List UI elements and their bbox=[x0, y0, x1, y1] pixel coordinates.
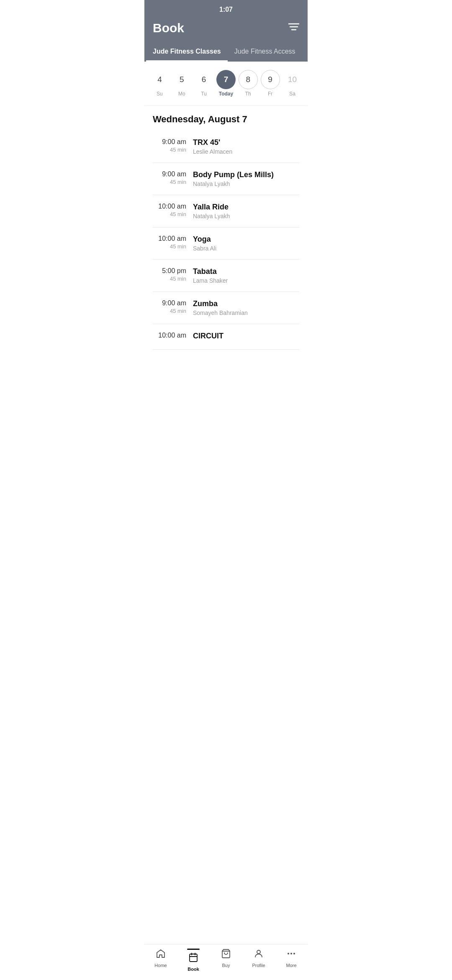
date-label: Sa bbox=[289, 91, 295, 97]
date-number: 7 bbox=[216, 70, 236, 89]
date-cell[interactable]: 7Today bbox=[216, 70, 236, 97]
date-cell[interactable]: 5Mo bbox=[172, 70, 191, 97]
header: Book bbox=[144, 17, 308, 43]
class-time-main: 9:00 am bbox=[153, 138, 186, 146]
class-info: TabataLama Shaker bbox=[193, 267, 299, 284]
class-name: Zumba bbox=[193, 299, 299, 308]
class-info: Yalla RideNatalya Lyakh bbox=[193, 203, 299, 219]
class-time-main: 10:00 am bbox=[153, 235, 186, 242]
class-duration: 45 min bbox=[153, 276, 186, 282]
date-cell[interactable]: 9Fr bbox=[261, 70, 280, 97]
date-label: Su bbox=[157, 91, 163, 97]
date-label: Today bbox=[219, 91, 233, 97]
class-instructor: Natalya Lyakh bbox=[193, 181, 299, 187]
table-row[interactable]: 10:00 am45 minYalla RideNatalya Lyakh bbox=[153, 195, 299, 227]
table-row[interactable]: 9:00 am45 minZumbaSomayeh Bahramian bbox=[153, 292, 299, 324]
filter-icon[interactable] bbox=[288, 23, 299, 34]
class-info: Body Pump (Les Mills)Natalya Lyakh bbox=[193, 170, 299, 187]
class-info: CIRCUIT bbox=[193, 332, 299, 342]
class-time: 9:00 am45 min bbox=[153, 138, 186, 153]
date-picker: 4Su5Mo6Tu7Today8Th9Fr10Sa bbox=[144, 62, 308, 106]
tab-bar: Jude Fitness Classes Jude Fitness Access… bbox=[144, 43, 308, 62]
class-time-main: 10:00 am bbox=[153, 203, 186, 210]
class-name: CIRCUIT bbox=[193, 332, 299, 340]
class-time: 9:00 am45 min bbox=[153, 299, 186, 314]
class-time: 10:00 am45 min bbox=[153, 203, 186, 217]
class-time-main: 9:00 am bbox=[153, 299, 186, 307]
class-info: YogaSabra Ali bbox=[193, 235, 299, 252]
class-time: 5:00 pm45 min bbox=[153, 267, 186, 282]
class-info: ZumbaSomayeh Bahramian bbox=[193, 299, 299, 316]
status-bar: 1:07 bbox=[144, 0, 308, 17]
class-name: Yoga bbox=[193, 235, 299, 244]
class-duration: 45 min bbox=[153, 243, 186, 250]
date-label: Mo bbox=[178, 91, 185, 97]
date-number: 10 bbox=[282, 70, 302, 89]
date-number: 5 bbox=[172, 70, 191, 89]
date-cell[interactable]: 10Sa bbox=[282, 70, 302, 97]
date-label: Tu bbox=[201, 91, 207, 97]
table-row[interactable]: 5:00 pm45 minTabataLama Shaker bbox=[153, 260, 299, 292]
class-time: 10:00 am bbox=[153, 332, 186, 340]
class-time-main: 5:00 pm bbox=[153, 267, 186, 275]
date-number: 6 bbox=[194, 70, 213, 89]
table-row[interactable]: 10:00 am45 minYogaSabra Ali bbox=[153, 227, 299, 260]
date-number: 8 bbox=[239, 70, 258, 89]
class-time: 9:00 am45 min bbox=[153, 170, 186, 185]
date-label: Th bbox=[245, 91, 251, 97]
class-list: 9:00 am45 minTRX 45'Leslie Almacen9:00 a… bbox=[144, 131, 308, 350]
table-row[interactable]: 9:00 am45 minBody Pump (Les Mills)Nataly… bbox=[153, 163, 299, 195]
class-info: TRX 45'Leslie Almacen bbox=[193, 138, 299, 155]
page-title: Book bbox=[153, 21, 184, 35]
date-label: Fr bbox=[268, 91, 272, 97]
class-duration: 45 min bbox=[153, 147, 186, 153]
class-instructor: Natalya Lyakh bbox=[193, 213, 299, 219]
class-name: Yalla Ride bbox=[193, 203, 299, 211]
tab-access[interactable]: Jude Fitness Access bbox=[228, 43, 302, 62]
table-row[interactable]: 10:00 amCIRCUIT bbox=[153, 324, 299, 350]
date-cell[interactable]: 8Th bbox=[239, 70, 258, 97]
class-instructor: Somayeh Bahramian bbox=[193, 309, 299, 316]
class-duration: 45 min bbox=[153, 308, 186, 314]
tab-classes[interactable]: Jude Fitness Classes bbox=[146, 43, 228, 62]
class-instructor: Lama Shaker bbox=[193, 277, 299, 284]
class-time-main: 9:00 am bbox=[153, 170, 186, 178]
class-time: 10:00 am45 min bbox=[153, 235, 186, 250]
date-heading: Wednesday, August 7 bbox=[144, 106, 308, 131]
date-number: 9 bbox=[261, 70, 280, 89]
class-instructor: Sabra Ali bbox=[193, 245, 299, 252]
class-time-main: 10:00 am bbox=[153, 332, 186, 339]
class-duration: 45 min bbox=[153, 211, 186, 217]
date-number: 4 bbox=[150, 70, 169, 89]
class-duration: 45 min bbox=[153, 179, 186, 185]
class-instructor: Leslie Almacen bbox=[193, 148, 299, 155]
date-cell[interactable]: 4Su bbox=[150, 70, 169, 97]
filter-svg-icon bbox=[288, 23, 299, 31]
class-name: Body Pump (Les Mills) bbox=[193, 170, 299, 179]
tab-more[interactable]: J bbox=[302, 43, 308, 62]
class-name: Tabata bbox=[193, 267, 299, 276]
class-name: TRX 45' bbox=[193, 138, 299, 147]
table-row[interactable]: 9:00 am45 minTRX 45'Leslie Almacen bbox=[153, 131, 299, 163]
date-cell[interactable]: 6Tu bbox=[194, 70, 213, 97]
status-time: 1:07 bbox=[219, 6, 233, 13]
